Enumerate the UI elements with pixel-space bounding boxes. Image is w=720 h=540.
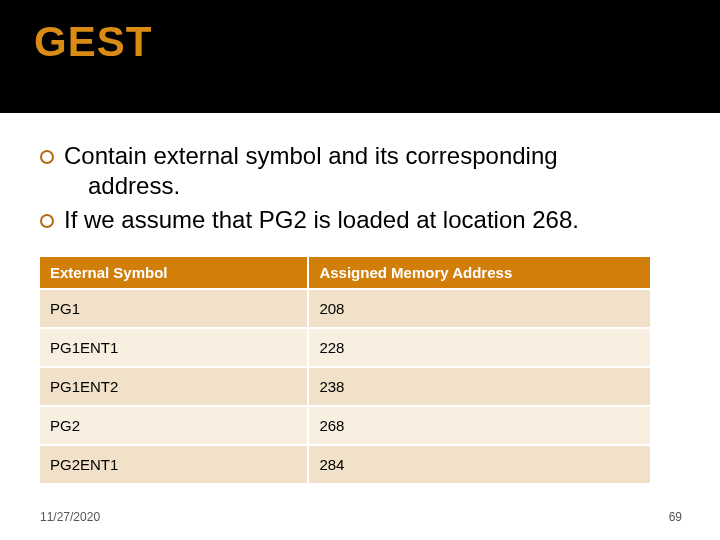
bullet-item: Contain external symbol and its correspo…	[40, 141, 686, 201]
bullet-marker-icon	[40, 214, 54, 228]
bullet-list: Contain external symbol and its correspo…	[40, 141, 686, 235]
content-area: Contain external symbol and its correspo…	[0, 113, 720, 483]
table-row: PG1ENT1 228	[40, 328, 650, 367]
bullet-marker-icon	[40, 150, 54, 164]
cell-symbol: PG2	[40, 406, 308, 445]
table-row: PG2ENT1 284	[40, 445, 650, 483]
table-header-row: External Symbol Assigned Memory Address	[40, 257, 650, 289]
bullet-line: If we assume that PG2 is loaded at locat…	[64, 206, 579, 233]
cell-address: 228	[308, 328, 650, 367]
bullet-text: If we assume that PG2 is loaded at locat…	[64, 205, 686, 235]
bullet-line: Contain external symbol and its correspo…	[64, 142, 558, 169]
cell-symbol: PG1ENT1	[40, 328, 308, 367]
table-row: PG2 268	[40, 406, 650, 445]
table-row: PG1 208	[40, 289, 650, 328]
table-header: External Symbol	[40, 257, 308, 289]
cell-address: 268	[308, 406, 650, 445]
cell-symbol: PG2ENT1	[40, 445, 308, 483]
cell-address: 284	[308, 445, 650, 483]
cell-address: 208	[308, 289, 650, 328]
bullet-line: address.	[88, 172, 180, 199]
footer-date: 11/27/2020	[40, 510, 100, 524]
footer: 11/27/2020 69	[40, 510, 682, 524]
table: External Symbol Assigned Memory Address …	[40, 257, 650, 483]
footer-page-number: 69	[669, 510, 682, 524]
bullet-item: If we assume that PG2 is loaded at locat…	[40, 205, 686, 235]
table-header: Assigned Memory Address	[308, 257, 650, 289]
cell-address: 238	[308, 367, 650, 406]
table-row: PG1ENT2 238	[40, 367, 650, 406]
gest-table: External Symbol Assigned Memory Address …	[40, 257, 686, 483]
cell-symbol: PG1ENT2	[40, 367, 308, 406]
cell-symbol: PG1	[40, 289, 308, 328]
slide-title: GEST	[34, 18, 720, 66]
title-band: GEST	[0, 0, 720, 110]
bullet-text: Contain external symbol and its correspo…	[64, 141, 686, 201]
